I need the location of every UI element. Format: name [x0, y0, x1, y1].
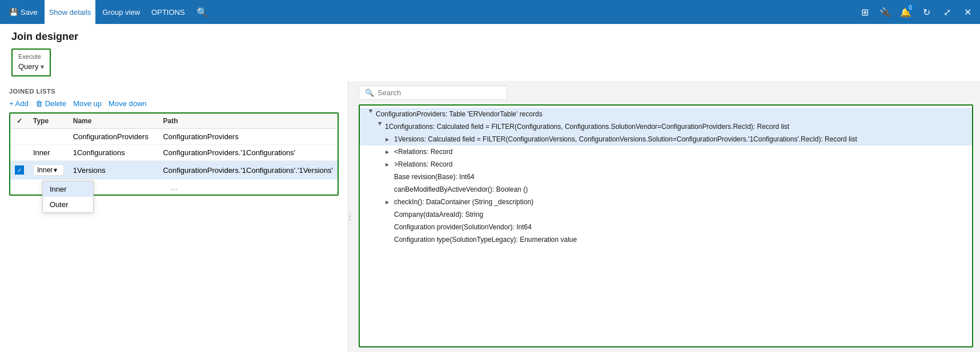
tree-expand-icon[interactable]: ▶ — [383, 147, 392, 156]
col-name: Name — [69, 114, 159, 129]
show-details-button[interactable]: Show details — [45, 0, 96, 24]
row-check — [10, 129, 29, 145]
row-type: Inner — [29, 145, 69, 161]
tree-item[interactable]: Company(dataAreaId): String — [360, 208, 972, 221]
execute-dropdown[interactable]: Query ▾ — [18, 62, 44, 71]
move-down-button[interactable]: Move down — [109, 99, 146, 108]
toolbar: 💾 Save Show details Group view OPTIONS 🔍… — [0, 0, 980, 24]
chevron-down-icon: ▾ — [41, 63, 44, 71]
tree-expand-icon[interactable] — [383, 222, 392, 232]
row-check — [10, 145, 29, 161]
tree-item[interactable]: ▶ConfigurationProviders: Table 'ERVendor… — [360, 108, 972, 120]
row-name: 1Configurations — [69, 145, 159, 161]
type-value: Inner — [37, 166, 53, 174]
tree-expand-icon[interactable]: ▶ — [383, 160, 392, 169]
row-type-dropdown[interactable]: Inner ▾ — [29, 161, 69, 180]
table-actions: + Add 🗑 Delete Move up Move down — [9, 99, 339, 108]
tree-expand-icon[interactable] — [383, 210, 392, 219]
page-title: Join designer — [11, 31, 969, 43]
show-details-label: Show details — [49, 8, 91, 17]
row-name: 1Versions — [69, 161, 159, 180]
col-type: Type — [29, 114, 69, 129]
row-type — [29, 129, 69, 145]
tree-item[interactable]: ▶1Configurations: Calculated field = FIL… — [360, 120, 972, 133]
tree-item[interactable]: canBeModifiedByActiveVendor(): Boolean (… — [360, 183, 972, 196]
group-view-label: Group view — [102, 8, 140, 17]
tree-expand-icon[interactable]: ▶ — [383, 135, 392, 144]
table-row[interactable]: ✓ Inner ▾ 1Versions ConfigurationProvide… — [10, 161, 338, 180]
notification-badge: 0 — [906, 3, 915, 12]
save-icon: 💾 — [9, 8, 18, 17]
content-area: JOINED LISTS + Add 🗑 Delete Move up Move… — [0, 81, 980, 352]
move-up-button[interactable]: Move up — [73, 99, 102, 108]
dropdown-chevron-icon: ▾ — [54, 166, 57, 174]
tree-expand-icon[interactable] — [383, 172, 392, 181]
joined-lists-table: ✓ Type Name Path ConfigurationProviders — [10, 114, 338, 180]
close-icon[interactable]: ✕ — [959, 4, 975, 20]
tree-item-text: 1Versions: Calculated field = FILTER(Con… — [394, 135, 857, 143]
trash-icon: 🗑 — [35, 99, 43, 108]
tree-expand-icon[interactable] — [383, 235, 392, 244]
notification-icon[interactable]: 🔔 0 — [898, 4, 914, 20]
row-check: ✓ — [10, 161, 29, 180]
execute-value: Query — [18, 62, 38, 71]
dropdown-item-outer[interactable]: Outer — [43, 197, 93, 212]
row-path: ConfigurationProviders.'1Configurations'… — [158, 161, 338, 180]
refresh-icon[interactable]: ↻ — [918, 4, 934, 20]
options-label: OPTIONS — [151, 8, 185, 17]
toolbar-right-actions: ⊞ 🔌 🔔 0 ↻ ⤢ ✕ — [857, 4, 975, 20]
type-dropdown-popup: Inner Outer — [42, 181, 94, 213]
tree-expand-icon[interactable]: ▶ — [373, 122, 383, 131]
tree-item-text: Company(dataAreaId): String — [394, 211, 483, 219]
left-panel: JOINED LISTS + Add 🗑 Delete Move up Move… — [0, 81, 348, 352]
table-row[interactable]: Inner 1Configurations ConfigurationProvi… — [10, 145, 338, 161]
tree-item-text: canBeModifiedByActiveVendor(): Boolean (… — [394, 185, 528, 193]
tree-item[interactable]: ▶<Relations: Record — [360, 145, 972, 158]
row-path: ConfigurationProviders — [158, 129, 338, 145]
tree-expand-icon[interactable] — [383, 185, 392, 194]
tree-item-text: Configuration type(SolutionTypeLegacy): … — [394, 236, 577, 244]
type-dropdown[interactable]: Inner ▾ — [33, 164, 64, 176]
table-row[interactable]: ConfigurationProviders ConfigurationProv… — [10, 129, 338, 145]
group-view-button[interactable]: Group view — [98, 0, 144, 24]
tree-item-text: checkIn(): DataContainer (String _descri… — [394, 198, 533, 206]
checkbox-checked-icon: ✓ — [15, 165, 24, 175]
table-header-row: ✓ Type Name Path — [10, 114, 338, 129]
check-icon: ✓ — [17, 117, 22, 125]
tree-item[interactable]: Configuration provider(SolutionVendor): … — [360, 221, 972, 233]
search-bar: 🔍 — [359, 86, 507, 100]
tree-container[interactable]: ▶ConfigurationProviders: Table 'ERVendor… — [359, 104, 973, 347]
col-path: Path — [158, 114, 338, 129]
tree-item[interactable]: Base revision(Base): Int64 — [360, 171, 972, 183]
dropdown-item-inner[interactable]: Inner — [43, 181, 93, 197]
tree-item[interactable]: ▶>Relations: Record — [360, 158, 972, 171]
tree-item[interactable]: ▶1Versions: Calculated field = FILTER(Co… — [360, 133, 972, 145]
tree-item[interactable]: Configuration type(SolutionTypeLegacy): … — [360, 233, 972, 246]
main-content: Join designer Execute Query ▾ JOINED LIS… — [0, 24, 980, 352]
tree-item[interactable]: ▶checkIn(): DataContainer (String _descr… — [360, 196, 972, 208]
tree-item-text: >Relations: Record — [394, 160, 452, 168]
joined-lists-table-wrapper: ✓ Type Name Path ConfigurationProviders — [9, 112, 339, 196]
save-label: Save — [21, 8, 38, 17]
tree-expand-icon[interactable]: ▶ — [364, 110, 373, 119]
expand-icon[interactable]: ⤢ — [939, 4, 955, 20]
joined-lists-label: JOINED LISTS — [9, 88, 339, 95]
col-check: ✓ — [10, 114, 29, 129]
add-button[interactable]: + Add — [9, 99, 29, 108]
tree-item-text: <Relations: Record — [394, 148, 452, 156]
options-button[interactable]: OPTIONS — [147, 0, 190, 24]
toolbar-search-icon[interactable]: 🔍 — [192, 5, 212, 20]
grid-icon[interactable]: ⊞ — [857, 4, 873, 20]
delete-button[interactable]: 🗑 Delete — [35, 99, 67, 108]
tree-item-text: ConfigurationProviders: Table 'ERVendorT… — [376, 110, 543, 118]
tree-item-text: Configuration provider(SolutionVendor): … — [394, 223, 532, 231]
row-path: ConfigurationProviders.'1Configurations' — [158, 145, 338, 161]
save-button[interactable]: 💾 Save — [5, 0, 42, 24]
extension-icon[interactable]: 🔌 — [877, 4, 893, 20]
search-icon: 🔍 — [365, 88, 374, 97]
right-panel: 🔍 ▶ConfigurationProviders: Table 'ERVend… — [352, 81, 980, 352]
tree-item-text: 1Configurations: Calculated field = FILT… — [385, 123, 789, 131]
search-input[interactable] — [377, 88, 501, 97]
tree-expand-icon[interactable]: ▶ — [383, 197, 392, 207]
tree-item-text: Base revision(Base): Int64 — [394, 173, 475, 181]
